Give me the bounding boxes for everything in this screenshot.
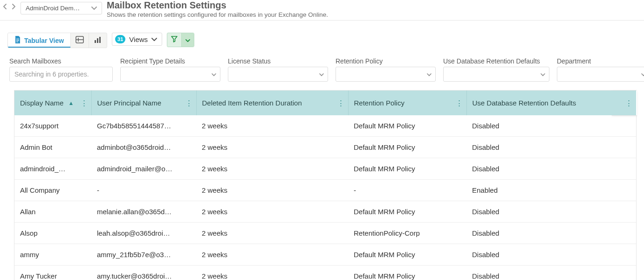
- table-row[interactable]: Allanmelanie.allan@o365d…2 weeksDefault …: [14, 201, 636, 223]
- cell-display-name: 24x7support: [14, 115, 91, 137]
- filter-button-group: [167, 33, 194, 47]
- cell-retention-policy: Default MRM Policy: [348, 266, 466, 280]
- col-header-db-defaults[interactable]: Use Database Retention Defaults ⋮: [466, 91, 636, 115]
- cell-use-db-defaults: Enabled: [466, 180, 636, 201]
- col-header-retention-policy[interactable]: Retention Policy ⋮: [348, 91, 466, 115]
- cell-retention-duration: 2 weeks: [196, 115, 348, 137]
- cell-display-name: ammy: [14, 244, 91, 266]
- cell-display-name: admindroid_…: [14, 158, 91, 180]
- svg-rect-1: [16, 40, 19, 41]
- filter-button[interactable]: [167, 33, 181, 47]
- svg-rect-2: [16, 42, 18, 42]
- svg-rect-0: [16, 39, 19, 39]
- cell-use-db-defaults: Disabled: [466, 201, 636, 223]
- cell-display-name: All Company: [14, 180, 91, 201]
- cell-retention-duration: 2 weeks: [196, 158, 348, 180]
- retention-policy-select[interactable]: [336, 67, 436, 82]
- chevron-down-icon: [185, 36, 190, 44]
- nav-forward-button[interactable]: [10, 3, 17, 10]
- filter-label-license-status: License Status: [228, 57, 328, 65]
- cell-upn: melanie.allan@o365d…: [91, 201, 196, 223]
- table-row[interactable]: Admin Botadminbot@o365droid…2 weeksDefau…: [14, 137, 636, 158]
- cell-use-db-defaults: Disabled: [466, 244, 636, 266]
- views-count-badge: 31: [115, 35, 125, 43]
- department-select[interactable]: [557, 67, 644, 82]
- chevron-down-icon: [541, 70, 545, 78]
- cell-upn: amy.tucker@o365droi…: [91, 266, 196, 280]
- svg-rect-5: [97, 38, 98, 43]
- page-subtitle: Shows the retention settings configured …: [107, 11, 328, 18]
- column-menu-icon[interactable]: ⋮: [81, 99, 88, 107]
- cell-upn: adminbot@o365droid…: [91, 137, 196, 158]
- tenant-label: AdminDroid Dem…: [26, 5, 89, 12]
- column-menu-icon[interactable]: ⋮: [185, 99, 192, 107]
- cell-use-db-defaults: Disabled: [466, 115, 636, 137]
- cell-upn: ammy_21fb5b7e@o3…: [91, 244, 196, 266]
- cell-display-name: Alsop: [14, 223, 91, 244]
- cell-retention-duration: 2 weeks: [196, 137, 348, 158]
- cell-display-name: Amy Tucker: [14, 266, 91, 280]
- table-row[interactable]: Alsopleah.alsop@o365droi…2 weeksRetentio…: [14, 223, 636, 244]
- filter-label-retention-policy: Retention Policy: [336, 57, 436, 65]
- cell-retention-policy: RetentionPolicy-Corp: [348, 223, 466, 244]
- views-dropdown[interactable]: 31 Views: [112, 33, 162, 46]
- filter-dropdown-button[interactable]: [181, 33, 194, 47]
- filter-label-db-defaults: Use Database Retention Defaults: [443, 57, 549, 65]
- tab-label: Tabular View: [24, 37, 64, 44]
- cell-retention-policy: Default MRM Policy: [348, 158, 466, 180]
- tenant-selector[interactable]: AdminDroid Dem…: [21, 2, 102, 14]
- svg-rect-6: [99, 37, 101, 43]
- cell-upn: Gc7b4b58551444587…: [91, 115, 196, 137]
- chevron-down-icon: [319, 70, 324, 78]
- table-row[interactable]: ammyammy_21fb5b7e@o3…2 weeksDefault MRM …: [14, 244, 636, 266]
- tab-tabular-view[interactable]: Tabular View: [8, 33, 71, 48]
- funnel-icon: [171, 36, 178, 44]
- cell-retention-duration: 2 weeks: [196, 201, 348, 223]
- cell-retention-policy: Default MRM Policy: [348, 115, 466, 137]
- col-header-upn[interactable]: User Principal Name ⋮: [91, 91, 196, 115]
- search-input[interactable]: [9, 67, 113, 82]
- table-row[interactable]: All Company-2 weeks-Enabled: [14, 180, 636, 201]
- cell-upn: leah.alsop@o365droi…: [91, 223, 196, 244]
- nav-back-button[interactable]: [2, 3, 8, 10]
- chevron-down-icon: [212, 70, 216, 78]
- views-label: Views: [129, 35, 148, 43]
- cell-retention-policy: -: [348, 180, 466, 201]
- col-header-retention-duration[interactable]: Deleted Item Retention Duration ⋮: [196, 91, 348, 115]
- view-tabs: Tabular View: [7, 33, 107, 48]
- tab-chart-view[interactable]: [89, 33, 107, 48]
- tab-pivot-view[interactable]: [71, 33, 89, 48]
- column-menu-icon[interactable]: ⋮: [337, 99, 344, 107]
- chevron-down-icon: [641, 70, 644, 78]
- db-defaults-select[interactable]: [443, 67, 549, 82]
- chevron-down-icon: [427, 70, 432, 78]
- cell-use-db-defaults: Disabled: [466, 266, 636, 280]
- chevron-down-icon: [91, 7, 97, 10]
- table-row[interactable]: 24x7supportGc7b4b58551444587…2 weeksDefa…: [14, 115, 636, 137]
- cell-use-db-defaults: Disabled: [466, 158, 636, 180]
- column-menu-icon[interactable]: ⋮: [456, 99, 463, 107]
- document-icon: [14, 36, 21, 45]
- column-menu-icon[interactable]: ⋮: [625, 99, 632, 107]
- cell-use-db-defaults: Disabled: [466, 137, 636, 158]
- sort-asc-icon: ▲: [69, 100, 74, 106]
- table-row[interactable]: admindroid_…admindroid_mailer@o…2 weeksD…: [14, 158, 636, 180]
- svg-rect-4: [95, 40, 96, 43]
- cell-use-db-defaults: Disabled: [466, 223, 636, 244]
- page-title: Mailbox Retention Settings: [107, 0, 328, 11]
- filter-label-department: Department: [557, 57, 644, 65]
- bar-chart-icon: [94, 36, 102, 45]
- cell-upn: -: [91, 180, 196, 201]
- cell-upn: admindroid_mailer@o…: [91, 158, 196, 180]
- table-row[interactable]: Amy Tuckeramy.tucker@o365droi…2 weeksDef…: [14, 266, 636, 280]
- cell-retention-duration: 2 weeks: [196, 223, 348, 244]
- cell-retention-policy: Default MRM Policy: [348, 244, 466, 266]
- chevron-down-icon: [151, 35, 157, 43]
- license-status-select[interactable]: [228, 67, 328, 82]
- col-header-display-name[interactable]: Display Name ▲ ⋮: [14, 91, 91, 115]
- cell-retention-duration: 2 weeks: [196, 244, 348, 266]
- mailbox-table: Display Name ▲ ⋮ User Principal Name ⋮ D…: [14, 91, 636, 280]
- cell-retention-duration: 2 weeks: [196, 180, 348, 201]
- filter-label-search: Search Mailboxes: [9, 57, 113, 65]
- recipient-type-select[interactable]: [120, 67, 220, 82]
